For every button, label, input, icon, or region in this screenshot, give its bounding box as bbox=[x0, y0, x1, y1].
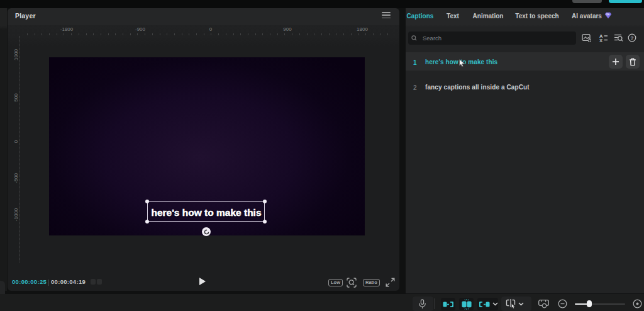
svg-text:X: X bbox=[599, 38, 602, 43]
svg-text:?: ? bbox=[631, 35, 634, 41]
